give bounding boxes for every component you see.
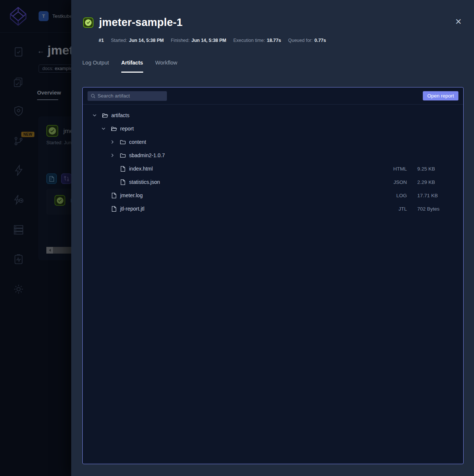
file-type: HTML [381, 166, 407, 172]
chevron-down-icon[interactable] [101, 126, 106, 132]
started-label: Started: [111, 38, 127, 43]
file-size: 17.71 KB [417, 193, 452, 198]
close-icon[interactable]: ✕ [453, 17, 464, 27]
started-value: Jun 14, 5:38 PM [129, 38, 164, 43]
finished-label: Finished: [171, 38, 190, 43]
file-icon [111, 192, 117, 199]
tree-file-row[interactable]: jtl-report.jtlJTL702 Bytes [83, 202, 463, 215]
drawer-title: jmeter-sample-1 [99, 16, 182, 29]
finished-value: Jun 14, 5:38 PM [191, 38, 226, 43]
tab-workflow[interactable]: Workflow [155, 60, 177, 73]
tree-item-label[interactable]: artifacts [111, 112, 129, 118]
tree-file-row[interactable]: index.htmlHTML9.25 KB [83, 162, 463, 175]
queued-label: Queued for: [288, 38, 313, 43]
modal-dim-mask [0, 0, 71, 476]
search-artifact[interactable] [88, 91, 167, 101]
tree-folder-row[interactable]: artifacts [83, 109, 463, 122]
tree-item-label[interactable]: jmeter.log [120, 192, 143, 198]
folder-open-icon [102, 112, 108, 119]
file-icon [120, 166, 126, 172]
artifact-tree: artifactsreportcontentsbadmin2-1.0.7inde… [83, 105, 463, 215]
tree-item-label[interactable]: report [120, 126, 134, 132]
file-icon [111, 206, 117, 212]
folder-icon [120, 139, 126, 145]
tree-item-label[interactable]: jtl-report.jtl [120, 206, 144, 212]
tree-item-label[interactable]: content [129, 139, 146, 145]
artifacts-panel-header: Open report [83, 87, 463, 105]
search-icon [90, 93, 96, 99]
file-type: JSON [381, 179, 407, 185]
execution-number: #1 [99, 38, 104, 43]
tree-file-row[interactable]: statistics.jsonJSON2.29 KB [83, 175, 463, 189]
status-success-icon [83, 17, 93, 28]
tree-folder-row[interactable]: content [83, 135, 463, 149]
execution-meta: #1 Started:Jun 14, 5:38 PM Finished:Jun … [99, 38, 326, 43]
chevron-right-icon[interactable] [109, 139, 115, 145]
folder-open-icon [111, 126, 117, 132]
background-app: T Testkube NEW [0, 0, 71, 476]
artifacts-panel: Open report artifactsreportcontentsbadmi… [82, 87, 464, 464]
execution-time-value: 18.77s [267, 38, 281, 43]
file-size: 702 Bytes [417, 206, 452, 212]
open-report-button[interactable]: Open report [423, 91, 458, 100]
drawer-tabs: Log Output Artifacts Workflow [82, 60, 177, 73]
search-artifact-input[interactable] [88, 91, 167, 101]
execution-time-label: Execution time: [233, 38, 265, 43]
file-size: 2.29 KB [417, 179, 452, 185]
tree-folder-row[interactable]: report [83, 122, 463, 135]
folder-icon [120, 152, 126, 159]
chevron-right-icon[interactable] [109, 152, 115, 158]
file-type: JTL [381, 206, 407, 212]
tab-artifacts[interactable]: Artifacts [121, 60, 143, 73]
tree-file-row[interactable]: jmeter.logLOG17.71 KB [83, 189, 463, 202]
tree-item-label[interactable]: sbadmin2-1.0.7 [129, 152, 165, 158]
file-icon [120, 179, 126, 185]
tree-item-label[interactable]: index.html [129, 166, 153, 172]
chevron-down-icon[interactable] [92, 112, 98, 118]
tab-log-output[interactable]: Log Output [82, 60, 109, 73]
tree-folder-row[interactable]: sbadmin2-1.0.7 [83, 149, 463, 162]
tree-item-label[interactable]: statistics.json [129, 179, 160, 185]
execution-drawer: ✕ jmeter-sample-1 #1 Started:Jun 14, 5:3… [71, 0, 474, 476]
file-type: LOG [381, 193, 407, 198]
queued-value: 0.77s [315, 38, 326, 43]
file-size: 9.25 KB [417, 166, 452, 172]
